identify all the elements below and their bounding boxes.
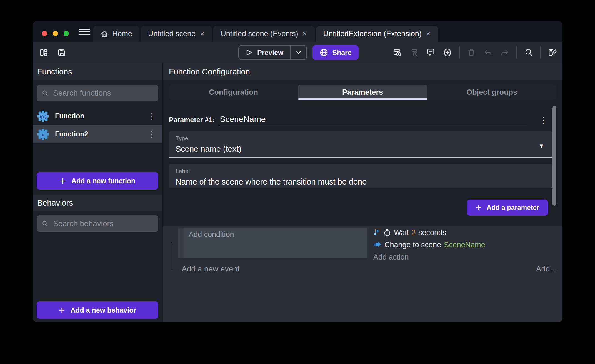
parameter-type-select[interactable]: Type Scene name (text) ▼ <box>169 131 552 158</box>
tab-configuration[interactable]: Configuration <box>169 85 298 100</box>
menu-icon[interactable] <box>79 29 90 35</box>
function-configuration-header: Function Configuration <box>163 63 562 80</box>
function-list-item[interactable]: f(x) Function ⋮ <box>33 107 162 125</box>
redo-icon[interactable] <box>500 48 510 58</box>
add-more-link[interactable]: Add... <box>536 265 556 273</box>
tab-label: Untitled scene <box>148 29 196 38</box>
add-comment-icon[interactable] <box>426 48 436 58</box>
globe-icon <box>319 48 328 57</box>
kebab-menu-icon[interactable]: ⋮ <box>146 112 158 120</box>
function-name: Function <box>55 112 140 120</box>
close-window-button[interactable] <box>42 31 47 36</box>
share-button[interactable]: Share <box>312 45 359 60</box>
maximize-window-button[interactable] <box>64 31 69 36</box>
add-parameter-button[interactable]: + Add a parameter <box>467 200 548 216</box>
parameter-label-field[interactable]: Label Name of the scene where the transi… <box>169 164 552 188</box>
chevron-down-icon <box>295 49 302 56</box>
tab-object-groups[interactable]: Object groups <box>427 85 556 100</box>
close-tab-icon[interactable]: × <box>302 29 307 38</box>
parameter-kebab-menu-icon[interactable]: ⋮ <box>537 116 550 126</box>
function-fx-icon: f(x) <box>37 110 49 123</box>
action-text: seconds <box>418 228 446 237</box>
parameter-name-input[interactable] <box>220 114 527 126</box>
tab-untitled-scene[interactable]: Untitled scene × <box>141 26 212 42</box>
tab-label: Configuration <box>209 88 258 97</box>
close-tab-icon[interactable]: × <box>199 29 205 38</box>
function-action-icon: » <box>37 128 49 141</box>
action-change-scene[interactable]: Change to scene SceneName <box>373 240 485 250</box>
parameter-number-label: Parameter #1: <box>169 116 215 126</box>
tab-label: Object groups <box>466 88 517 97</box>
behaviors-header-label: Behaviors <box>37 198 73 208</box>
preview-button[interactable]: Preview <box>238 45 307 60</box>
wait-seconds-value: 2 <box>411 228 416 237</box>
svg-text:»: » <box>41 131 45 137</box>
action-wait[interactable]: Wait 2 seconds <box>373 228 485 238</box>
svg-text:f(x): f(x) <box>40 114 46 119</box>
tab-parameters[interactable]: Parameters <box>298 85 427 100</box>
minimize-window-button[interactable] <box>53 31 58 36</box>
home-icon <box>101 30 108 38</box>
add-action-link[interactable]: Add action <box>373 252 485 262</box>
function-configuration-title: Function Configuration <box>169 67 250 76</box>
event-actions-area: Wait 2 seconds Change to scene SceneName… <box>373 228 485 262</box>
tab-strip: Home Untitled scene × Untitled scene (Ev… <box>93 26 438 42</box>
functions-header-label: Functions <box>37 67 72 76</box>
behaviors-section-header: Behaviors <box>33 195 162 211</box>
tab-label: Parameters <box>342 88 383 97</box>
dropdown-caret-icon: ▼ <box>539 143 544 149</box>
toggle-panels-icon[interactable] <box>39 48 49 58</box>
tab-label: Untitled scene (Events) <box>221 29 298 38</box>
toolbar: Preview Share <box>33 42 562 63</box>
kebab-menu-icon[interactable]: ⋮ <box>146 130 158 138</box>
save-icon[interactable] <box>57 48 67 58</box>
search-icon <box>42 220 48 228</box>
search-functions-input[interactable] <box>53 89 153 98</box>
change-scene-icon <box>373 241 382 248</box>
add-behavior-label: Add a new behavior <box>71 306 136 314</box>
type-field-value: Scene name (text) <box>176 144 546 154</box>
tab-label: UntitledExtension (Extension) <box>323 29 422 38</box>
search-icon <box>42 89 48 97</box>
tab-label: Home <box>112 29 132 38</box>
add-new-event-link[interactable]: Add a new event <box>182 265 240 273</box>
main-panel: Function Configuration Configuration Par… <box>163 63 562 322</box>
delete-icon[interactable] <box>466 48 476 58</box>
event-selection-strip[interactable] <box>178 228 184 258</box>
add-new-function-button[interactable]: + Add a new function <box>37 172 158 190</box>
tab-untitled-extension[interactable]: UntitledExtension (Extension) × <box>316 26 438 42</box>
label-field-value: Name of the scene where the transition m… <box>176 177 546 186</box>
scene-name-value: SceneName <box>444 241 485 249</box>
search-behaviors-box <box>37 215 158 232</box>
label-field-label: Label <box>176 168 546 174</box>
action-text: Change to scene <box>384 241 441 249</box>
async-icon <box>373 229 381 236</box>
preview-label: Preview <box>257 49 284 57</box>
events-sheet: Add condition Wait 2 seconds Change to s… <box>163 226 562 322</box>
divider <box>516 46 517 59</box>
add-circle-icon[interactable] <box>442 48 452 58</box>
share-label: Share <box>332 49 351 57</box>
divider <box>459 46 460 59</box>
tab-home[interactable]: Home <box>93 26 139 42</box>
add-event-icon[interactable] <box>392 48 402 58</box>
left-panel: Functions f( <box>33 63 163 322</box>
event-tree-bracket <box>172 243 178 270</box>
undo-icon[interactable] <box>483 48 493 58</box>
search-icon[interactable] <box>524 48 534 58</box>
edit-extension-icon[interactable] <box>548 48 558 58</box>
search-behaviors-input[interactable] <box>53 219 153 228</box>
close-tab-icon[interactable]: × <box>426 29 431 38</box>
add-new-behavior-button[interactable]: + Add a new behavior <box>37 301 158 319</box>
event-conditions-area[interactable]: Add condition <box>184 228 368 258</box>
tab-untitled-scene-events[interactable]: Untitled scene (Events) × <box>213 26 314 42</box>
add-subevent-icon[interactable] <box>409 48 419 58</box>
scrollbar-thumb[interactable] <box>552 106 556 206</box>
app-window: Home Untitled scene × Untitled scene (Ev… <box>33 21 562 322</box>
add-condition-link[interactable]: Add condition <box>189 230 234 239</box>
function-list-item-selected[interactable]: » Function2 ⋮ <box>33 125 162 143</box>
preview-options-button[interactable] <box>291 49 306 56</box>
function-name: Function2 <box>55 130 140 138</box>
configuration-tab-bar: Configuration Parameters Object groups <box>169 85 556 100</box>
divider <box>540 46 541 59</box>
